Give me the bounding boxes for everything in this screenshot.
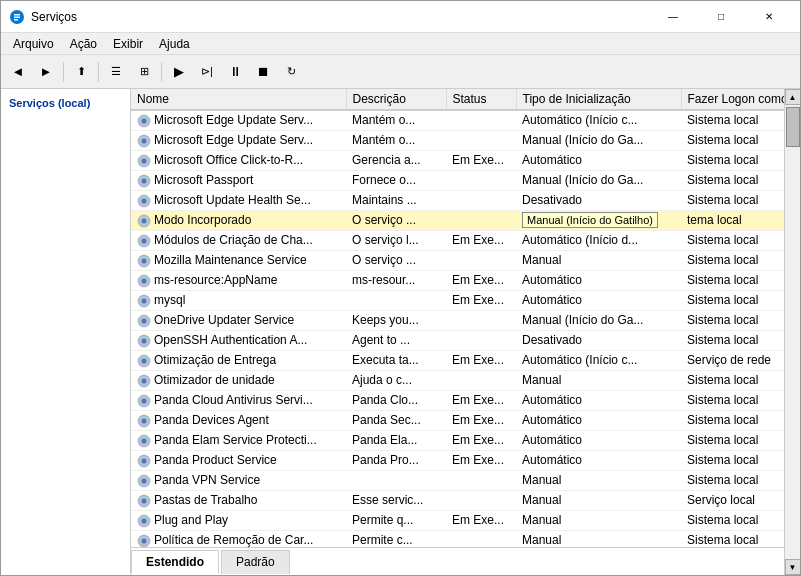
service-type-cell: Automático [516,390,681,410]
table-row[interactable]: OneDrive Updater ServiceKeeps you...Manu… [131,310,784,330]
service-desc-cell: Permite q... [346,510,446,530]
toolbar-back[interactable]: ◄ [5,59,31,85]
service-type-cell: Automático (Início c... [516,110,681,130]
minimize-button[interactable]: — [650,1,696,33]
service-name-cell: Plug and Play [131,510,346,530]
header-status[interactable]: Status [446,89,516,110]
table-row[interactable]: Pastas de TrabalhoEsse servic...ManualSe… [131,490,784,510]
svg-rect-1 [14,14,20,16]
service-icon [137,514,151,528]
service-icon [137,114,151,128]
table-row[interactable]: OpenSSH Authentication A...Agent to ...D… [131,330,784,350]
service-icon [137,134,151,148]
service-name-text: Módulos de Criação de Cha... [154,233,313,247]
menu-arquivo[interactable]: Arquivo [5,35,62,53]
table-row[interactable]: Otimizador de unidadeAjuda o c...ManualS… [131,370,784,390]
service-type-cell: Manual [516,510,681,530]
toolbar-start-service[interactable]: ▶ [166,59,192,85]
service-name-cell: Otimização de Entrega [131,350,346,370]
menu-ajuda[interactable]: Ajuda [151,35,198,53]
service-name-cell: OpenSSH Authentication A... [131,330,346,350]
service-name-cell: Módulos de Criação de Cha... [131,230,346,250]
table-row[interactable]: Panda Cloud Antivirus Servi...Panda Clo.… [131,390,784,410]
service-name-text: Política de Remoção de Car... [154,533,313,547]
table-row[interactable]: Microsoft Update Health Se...Maintains .… [131,190,784,210]
header-desc[interactable]: Descrição [346,89,446,110]
service-name-cell: Otimizador de unidade [131,370,346,390]
toolbar-pause-service[interactable]: ⏸ [222,59,248,85]
window-title: Serviços [31,10,77,24]
toolbar-restart-service[interactable]: ↻ [278,59,304,85]
table-row[interactable]: ms-resource:AppNamems-resour...Em Exe...… [131,270,784,290]
service-icon [137,454,151,468]
service-name-text: Otimizador de unidade [154,373,275,387]
service-type-cell: Desativado [516,330,681,350]
svg-point-27 [142,338,147,343]
toolbar-forward[interactable]: ► [33,59,59,85]
table-row[interactable]: Modo IncorporadoO serviço ...Manual (Iní… [131,210,784,230]
service-status-cell [446,170,516,190]
service-type-cell: Automático [516,430,681,450]
toolbar-show-hide[interactable]: ☰ [103,59,129,85]
scrollbar[interactable]: ▲ ▼ [784,89,800,575]
toolbar-up[interactable]: ⬆ [68,59,94,85]
service-type-cell: Manual (Início do Ga... [516,170,681,190]
tab-padrao[interactable]: Padrão [221,550,290,574]
tab-estendido[interactable]: Estendido [131,550,219,574]
header-type[interactable]: Tipo de Inicialização [516,89,681,110]
svg-point-13 [142,198,147,203]
service-type-tooltip: Manual (Início do Gatilho) [522,212,658,228]
service-icon [137,354,151,368]
main-area: Serviços (local) Nome Descriç [1,89,800,575]
close-button[interactable]: ✕ [746,1,792,33]
service-logon-cell: Sistema local [681,110,784,130]
toolbar-properties[interactable]: ⊞ [131,59,157,85]
service-logon-cell: Sistema local [681,410,784,430]
service-status-cell [446,530,516,547]
service-name-text: Panda Cloud Antivirus Servi... [154,393,313,407]
table-row[interactable]: Panda Product ServicePanda Pro...Em Exe.… [131,450,784,470]
table-row[interactable]: Mozilla Maintenance ServiceO serviço ...… [131,250,784,270]
table-row[interactable]: mysqlEm Exe...AutomáticoSistema local [131,290,784,310]
service-icon [137,234,151,248]
service-desc-cell: Panda Pro... [346,450,446,470]
table-row[interactable]: Política de Remoção de Car...Permite c..… [131,530,784,547]
service-status-cell [446,110,516,130]
scroll-down-arrow[interactable]: ▼ [785,559,801,575]
toolbar-stop-service[interactable]: ⊳| [194,59,220,85]
services-table[interactable]: Nome Descrição Status Tipo de Inicializa… [131,89,784,547]
service-status-cell [446,310,516,330]
menu-acao[interactable]: Ação [62,35,105,53]
header-logon[interactable]: Fazer Logon como [681,89,784,110]
service-type-cell: Automático (Início c... [516,350,681,370]
service-type-cell: Automático [516,270,681,290]
scroll-up-arrow[interactable]: ▲ [785,89,801,105]
maximize-button[interactable]: □ [698,1,744,33]
scroll-thumb[interactable] [786,107,800,147]
table-row[interactable]: Plug and PlayPermite q...Em Exe...Manual… [131,510,784,530]
table-row[interactable]: Microsoft PassportFornece o...Manual (In… [131,170,784,190]
scroll-track[interactable] [786,105,800,559]
table-row[interactable]: Panda VPN ServiceManualSistema local [131,470,784,490]
table-row[interactable]: Microsoft Edge Update Serv...Mantém o...… [131,130,784,150]
table-row[interactable]: Módulos de Criação de Cha...O serviço l.… [131,230,784,250]
menu-exibir[interactable]: Exibir [105,35,151,53]
table-row[interactable]: Otimização de EntregaExecuta ta...Em Exe… [131,350,784,370]
table-row[interactable]: Panda Elam Service Protecti...Panda Ela.… [131,430,784,450]
svg-point-21 [142,278,147,283]
service-logon-cell: Sistema local [681,130,784,150]
service-name-cell: Microsoft Update Health Se... [131,190,346,210]
toolbar-resume-service[interactable]: ⏹ [250,59,276,85]
service-icon [137,374,151,388]
service-desc-cell: Panda Ela... [346,430,446,450]
service-icon [137,394,151,408]
sidebar-title[interactable]: Serviços (local) [9,97,122,109]
svg-point-25 [142,318,147,323]
table-row[interactable]: Microsoft Edge Update Serv...Mantém o...… [131,110,784,130]
header-name[interactable]: Nome [131,89,346,110]
table-row[interactable]: Microsoft Office Click-to-R...Gerencia a… [131,150,784,170]
sidebar: Serviços (local) [1,89,131,575]
service-icon [137,294,151,308]
service-icon [137,254,151,268]
table-row[interactable]: Panda Devices AgentPanda Sec...Em Exe...… [131,410,784,430]
